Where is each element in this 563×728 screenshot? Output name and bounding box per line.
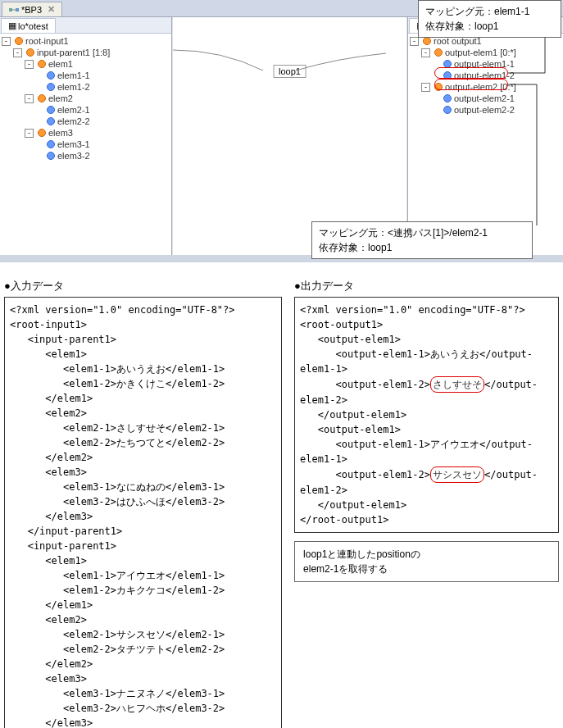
element-icon <box>423 37 431 45</box>
leaf-icon <box>47 83 55 91</box>
tree-node-label: elem3-1 <box>57 139 90 149</box>
loop-node[interactable]: loop1 <box>273 65 306 78</box>
tree-node-label: elem3 <box>48 128 73 138</box>
tree-node-label: output-elem1 [0:*] <box>445 48 516 57</box>
tree-node-label: elem1 <box>48 59 73 69</box>
tree-node-label: root-input1 <box>25 36 69 46</box>
doc-icon: ▦ <box>8 20 16 31</box>
element-icon <box>38 60 46 68</box>
data-section: ●入力データ <?xml version="1.0" encoding="UTF… <box>0 279 563 728</box>
leaf-icon <box>47 152 55 160</box>
output-data-title: ●出力データ <box>294 279 559 293</box>
left-panel-tab[interactable]: ▦ lo*otest <box>1 18 56 33</box>
mapping-icon <box>9 5 19 15</box>
element-icon <box>38 129 46 137</box>
expander-icon[interactable]: - <box>13 48 22 57</box>
tree-node-label: elem3-2 <box>57 151 90 161</box>
panel-tab-label: lo*otest <box>18 21 48 31</box>
note-line: elem2-1を取得する <box>303 562 550 576</box>
leaf-icon <box>47 117 55 125</box>
element-icon <box>434 48 443 57</box>
expander-icon[interactable]: - <box>25 60 34 69</box>
highlight-output-elem1-2 <box>434 79 508 90</box>
connector-lines <box>173 17 406 255</box>
expander-icon[interactable]: - <box>25 94 34 103</box>
tree-node-label: elem1-1 <box>57 71 90 80</box>
tree-node-label: elem2-1 <box>57 105 90 115</box>
input-xml-box: <?xml version="1.0" encoding="UTF-8"?> <… <box>4 297 282 728</box>
callout-mapping-1: マッピング元：elem1-1 依存対象：loop1 <box>418 0 561 38</box>
left-tree[interactable]: -root-input1 -input-parent1 [1:8] -elem1… <box>0 34 171 163</box>
tree-node-label: elem1-2 <box>57 82 90 92</box>
input-xml: <root-input1> <input-parent1> <elem1> <e… <box>10 319 225 728</box>
element-icon <box>15 37 23 45</box>
editor-tab[interactable]: *BP3 ✕ <box>2 2 62 16</box>
highlight-value-2: サシスセソ <box>430 466 484 483</box>
tree-node-label: elem2-2 <box>57 116 90 126</box>
tree-node-label: output-elem2-2 <box>454 105 515 115</box>
callout-line: 依存対象：loop1 <box>425 19 554 34</box>
leaf-icon <box>443 106 452 114</box>
highlight-value-1: さしすせそ <box>430 376 484 393</box>
callout-line: マッピング元：elem1-1 <box>425 4 554 19</box>
callout-line: マッピング元：<連携パス[1]>/elem2-1 <box>319 225 525 240</box>
expander-icon[interactable]: - <box>2 37 11 46</box>
input-data-title: ●入力データ <box>4 279 282 293</box>
tree-node-label: input-parent1 [1:8] <box>37 48 110 57</box>
output-data-column: ●出力データ <?xml version="1.0" encoding="UTF… <box>294 279 559 582</box>
output-xml-box: <?xml version="1.0" encoding="UTF-8"?> <… <box>294 297 559 533</box>
leaf-icon <box>47 106 55 114</box>
expander-icon[interactable]: - <box>421 48 430 57</box>
expander-icon[interactable]: - <box>410 37 419 46</box>
leaf-icon <box>47 71 55 80</box>
mapping-editor: *BP3 ✕ ▦ lo*otest -root-input1 -input-pa… <box>0 0 563 262</box>
xml-decl: <?xml version="1.0" encoding="UTF-8"?> <box>300 304 525 316</box>
note-box: loop1と連動したpositionの elem2-1を取得する <box>294 541 559 582</box>
right-tree-panel: ▦ lo*o -root output1 -output-elem1 [0:*]… <box>407 17 563 255</box>
xml-decl: <?xml version="1.0" encoding="UTF-8"?> <box>10 304 235 316</box>
tree-node-label: elem2 <box>48 93 73 103</box>
mapping-canvas[interactable]: loop1 <box>172 17 407 255</box>
close-icon[interactable]: ✕ <box>48 4 55 15</box>
svg-rect-1 <box>16 8 19 11</box>
expander-icon[interactable]: - <box>421 83 430 92</box>
leaf-icon <box>443 94 452 102</box>
input-data-column: ●入力データ <?xml version="1.0" encoding="UTF… <box>4 279 282 728</box>
left-tree-panel: ▦ lo*otest -root-input1 -input-parent1 [… <box>0 17 172 255</box>
tab-label: *BP3 <box>21 5 42 15</box>
tree-node-label: output-elem2-1 <box>454 93 515 103</box>
expander-icon[interactable]: - <box>25 129 34 138</box>
callout-mapping-2: マッピング元：<連携パス[1]>/elem2-1 依存対象：loop1 <box>311 221 533 259</box>
element-icon <box>26 48 34 57</box>
callout-line: 依存対象：loop1 <box>319 240 525 255</box>
element-icon <box>38 94 46 102</box>
left-panel-tabs: ▦ lo*otest <box>0 17 171 34</box>
highlight-output-elem1-1 <box>434 67 508 79</box>
leaf-icon <box>47 140 55 148</box>
svg-rect-0 <box>9 8 12 11</box>
note-line: loop1と連動したpositionの <box>303 547 550 562</box>
